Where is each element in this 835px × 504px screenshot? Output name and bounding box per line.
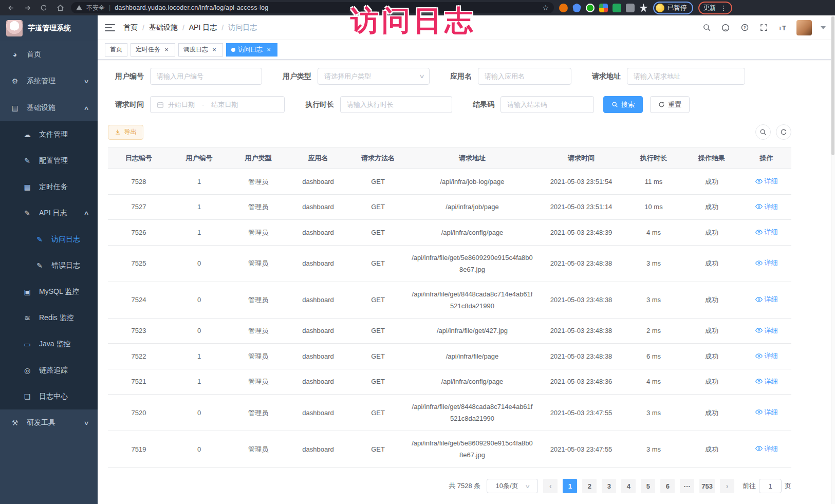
page-button-6[interactable]: 6	[660, 479, 675, 493]
table-cell-id: 7526	[108, 220, 170, 245]
detail-link[interactable]: 详细	[755, 226, 778, 238]
table-cell-result: 成功	[682, 195, 741, 219]
request-time-range-picker[interactable]: 开始日期 - 结束日期	[150, 96, 285, 113]
table-cell-user_type: 管理员	[229, 437, 288, 461]
tab-close-icon[interactable]: ×	[265, 46, 272, 53]
request-url-input[interactable]: 请输入请求地址	[627, 68, 745, 85]
extension-icon[interactable]	[559, 4, 568, 12]
reload-icon[interactable]	[38, 2, 49, 13]
detail-link[interactable]: 详细	[755, 175, 778, 187]
detail-link[interactable]: 详细	[755, 257, 778, 269]
extension-icon[interactable]	[626, 4, 635, 12]
smiley-icon	[656, 4, 664, 12]
scrollbar[interactable]	[831, 15, 835, 504]
url-bar[interactable]: 不安全 | dashboard.yudao.iocoder.cn/infra/l…	[71, 2, 554, 13]
tab-access-log[interactable]: 访问日志×	[226, 43, 277, 57]
page-button-753[interactable]: 753	[699, 479, 715, 493]
detail-link[interactable]: 详细	[755, 201, 778, 213]
detail-link[interactable]: 详细	[755, 406, 778, 418]
user-id-input[interactable]: 请输入用户编号	[150, 68, 262, 85]
detail-link[interactable]: 详细	[755, 293, 778, 305]
app-name-input[interactable]: 请输入应用名	[478, 68, 571, 85]
home-icon[interactable]	[54, 2, 66, 13]
app-logo-row[interactable]: 芋道管理系统	[0, 15, 98, 41]
user-type-select[interactable]: 请选择用户类型∨	[318, 68, 430, 85]
update-button[interactable]: 更新 ⋮	[698, 2, 732, 14]
sidebar-item-dev-tools[interactable]: ⚒研发工具∨	[0, 409, 98, 436]
extension-icon[interactable]	[613, 4, 621, 12]
page-size-select[interactable]: 10条/页∨	[487, 479, 538, 493]
goto-suffix: 页	[785, 481, 791, 491]
tab-close-icon[interactable]: ×	[163, 46, 170, 53]
forward-icon[interactable]	[22, 2, 33, 13]
sidebar-item-home[interactable]: ◕首页	[0, 41, 98, 68]
column-header: 用户类型	[229, 147, 288, 169]
search-button[interactable]: 搜索	[603, 96, 643, 113]
tab-label: 调度日志	[183, 45, 208, 54]
sidebar-item-log-center[interactable]: ❏日志中心	[0, 383, 98, 409]
avatar[interactable]	[796, 20, 812, 35]
sidebar-item-access-log[interactable]: ✎访问日志	[0, 226, 98, 252]
refresh-button[interactable]	[776, 124, 791, 140]
page-button-3[interactable]: 3	[602, 479, 616, 493]
detail-link[interactable]: 详细	[755, 376, 778, 387]
sidebar-item-api-log[interactable]: ✎API 日志∧	[0, 200, 98, 226]
paused-badge[interactable]: 已暂停	[653, 2, 693, 14]
sidebar-item-file-manage[interactable]: ☁文件管理	[0, 121, 98, 147]
table-cell-time: 2021-05-03 23:47:55	[537, 437, 625, 461]
sidebar-item-scheduled-job[interactable]: ▦定时任务	[0, 174, 98, 200]
goto-label: 前往	[743, 481, 756, 491]
breadcrumb-item[interactable]: 基础设施	[149, 23, 178, 32]
table-cell-action: 详细	[741, 319, 791, 344]
font-size-icon[interactable]: TT	[777, 23, 788, 33]
result-code-input[interactable]: 请输入结果码	[500, 96, 594, 113]
detail-link[interactable]: 详细	[755, 325, 778, 337]
fullscreen-icon[interactable]	[758, 23, 769, 33]
duration-input[interactable]: 请输入执行时长	[340, 96, 452, 113]
log-table: 日志编号用户编号用户类型应用名请求方法名请求地址请求时间执行时长操作结果操作75…	[108, 147, 791, 468]
kebab-menu-icon[interactable]: ⋮	[720, 4, 727, 12]
sidebar-item-config-manage[interactable]: ✎配置管理	[0, 147, 98, 174]
sidebar-item-redis-monitor[interactable]: ≋Redis 监控	[0, 305, 98, 331]
sidebar-item-mysql-monitor[interactable]: ▣MySQL 监控	[0, 278, 98, 305]
search-icon[interactable]	[701, 23, 712, 33]
toggle-search-button[interactable]	[755, 124, 771, 140]
goto-page-input[interactable]	[759, 479, 782, 493]
extension-icon[interactable]	[586, 4, 595, 12]
caret-down-icon[interactable]	[821, 26, 826, 29]
bookmark-star-icon[interactable]: ☆	[542, 4, 549, 12]
detail-link[interactable]: 详细	[755, 350, 778, 362]
sidebar-item-system[interactable]: ⚙系统管理∨	[0, 68, 98, 95]
export-button[interactable]: 导出	[108, 125, 143, 140]
page-button-2[interactable]: 2	[582, 479, 597, 493]
table-cell-duration: 2 ms	[625, 319, 682, 343]
help-icon[interactable]: ?	[739, 23, 750, 33]
tab-scheduled-job[interactable]: 定时任务×	[131, 43, 175, 57]
breadcrumb-item[interactable]: 首页	[123, 23, 138, 32]
extension-icon[interactable]	[572, 4, 581, 12]
sidebar-item-error-log[interactable]: ✎错误日志	[0, 252, 98, 278]
tab-job-log[interactable]: 调度日志×	[178, 43, 223, 57]
hamburger-icon[interactable]	[105, 24, 115, 31]
reset-button[interactable]: 重置	[650, 96, 690, 113]
tab-home[interactable]: 首页	[105, 43, 127, 57]
extension-icon[interactable]	[599, 4, 608, 12]
page-button-4[interactable]: 4	[621, 479, 636, 493]
sidebar-item-java-monitor[interactable]: ▭Java 监控	[0, 331, 98, 357]
tab-close-icon[interactable]: ×	[211, 46, 218, 53]
sidebar-item-trace[interactable]: ◎链路追踪	[0, 357, 98, 383]
breadcrumb-item[interactable]: API 日志	[189, 23, 217, 32]
page-button-1[interactable]: 1	[563, 479, 577, 493]
sidebar-item-label: 定时任务	[39, 182, 68, 192]
svg-text:?: ?	[744, 25, 746, 30]
table-cell-id: 7521	[108, 369, 170, 394]
page-button-5[interactable]: 5	[641, 479, 655, 493]
detail-link[interactable]: 详细	[755, 443, 778, 455]
extension-icon[interactable]	[639, 4, 648, 12]
next-page-button[interactable]: ›	[720, 479, 734, 493]
back-icon[interactable]	[5, 2, 16, 13]
sidebar-item-infrastructure[interactable]: ▤基础设施∧	[0, 95, 98, 121]
github-icon[interactable]	[720, 23, 731, 33]
prev-page-button[interactable]: ‹	[543, 479, 558, 493]
detail-link-label: 详细	[765, 201, 778, 213]
